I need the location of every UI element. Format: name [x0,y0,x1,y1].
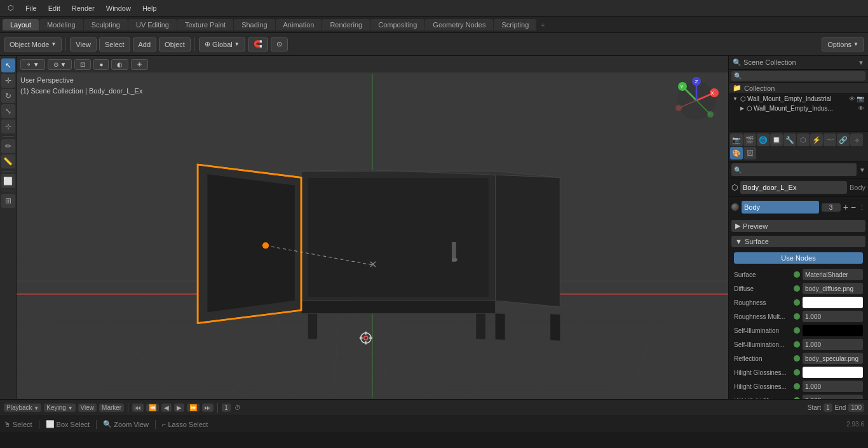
tab-compositing[interactable]: Compositing [370,19,424,31]
prop-tab-physics[interactable]: 〰 [824,133,836,146]
object-menu[interactable]: Object [159,37,191,51]
surface-section-header[interactable]: ▼ Surface [731,236,865,247]
outliner-item-1[interactable]: ▼ ⬡ Wall_Mount_Empty_Industrial 👁 📷 [729,94,868,104]
tool-move[interactable]: ✛ [1,74,15,88]
timeline-keying-dropdown[interactable]: Keying ▼ [44,404,75,412]
material-name-field[interactable]: Body [742,201,819,214]
menu-help[interactable]: Help [137,3,162,13]
roughness-mult-value[interactable]: 1.000 [803,311,863,322]
tab-modeling[interactable]: Modeling [39,19,83,31]
visibility-icon-1[interactable]: 👁 [849,95,855,102]
play-reverse-btn[interactable]: ◀ [161,404,172,412]
filter-icon[interactable]: ▼ [859,166,865,173]
prop-tab-particles[interactable]: ⚡ [810,133,823,146]
object-mode-dropdown[interactable]: Object Mode ▼ [4,37,62,51]
roughness-value[interactable] [803,297,863,308]
viewport[interactable]: ⚬ ▼ ⊙ ▼ ⊡ ● ◐ ☀ User Perspective (1) Sce… [17,56,728,399]
visibility-icon-2[interactable]: 👁 [858,105,864,112]
tool-transform[interactable]: ⊹ [1,119,15,133]
current-frame-input[interactable]: 1 [222,404,231,412]
hilit-col-value[interactable]: 0.000 [803,395,863,399]
prop-tab-object[interactable]: 🔧 [783,133,796,146]
tab-scripting[interactable]: Scripting [494,19,536,31]
svg-marker-32 [495,313,505,340]
prop-search-bar[interactable]: 🔍 [731,163,857,176]
tool-measure[interactable]: 📏 [1,154,15,168]
viewport-shading-material[interactable]: ◐ [111,59,128,70]
options-btn[interactable]: Options ▼ [822,37,864,51]
remove-material-button[interactable]: − [851,202,856,212]
prop-tab-modifier[interactable]: ⬡ [797,133,810,146]
prop-tab-material[interactable]: 🎨 [730,147,743,160]
timeline-view-menu[interactable]: View [78,404,97,412]
material-slot-num[interactable]: 3 [822,203,841,212]
more-material-button[interactable]: ⋮ [858,203,865,212]
use-nodes-button[interactable]: Use Nodes [734,252,863,264]
outliner-filter-icon[interactable]: ▼ [858,59,864,66]
viewport-shading-solid[interactable]: ● [93,59,109,70]
preview-section-header[interactable]: ▶ Preview [731,220,865,232]
select-menu[interactable]: Select [99,37,130,51]
blender-icon[interactable]: ⬡ [3,3,19,13]
outliner-item-2[interactable]: ▶ ⬡ Wall_Mount_Empty_Indus... 👁 [736,104,868,113]
viewport-shading-rendered[interactable]: ☀ [131,59,148,70]
tab-shading[interactable]: Shading [234,19,275,31]
tab-sculpting[interactable]: Sculpting [84,19,128,31]
timeline-marker-menu[interactable]: Marker [99,404,124,412]
tool-extra[interactable]: ⊞ [1,194,15,208]
prop-tab-constraints[interactable]: 🔗 [837,133,850,146]
diffuse-value[interactable]: body_diffuse.png [803,283,863,294]
viewport-gizmo[interactable]: X Y Z [671,75,722,126]
start-frame-input[interactable]: 1 [824,404,832,412]
surface-value[interactable]: MaterialShader [803,269,863,280]
prop-tab-data[interactable]: ⟡ [850,133,863,146]
menu-file[interactable]: File [20,3,42,13]
outliner-search-input[interactable] [731,71,865,81]
timeline-playback-dropdown[interactable]: Playback ▼ [4,404,41,412]
menu-render[interactable]: Render [67,3,100,13]
object-name-field[interactable]: Body_door_L_Ex [740,181,847,194]
tab-layout[interactable]: Layout [3,19,39,31]
transform-dropdown[interactable]: ⊕ Global ▼ [199,37,245,51]
view-menu[interactable]: View [70,37,97,51]
add-menu[interactable]: Add [133,37,157,51]
menu-edit[interactable]: Edit [43,3,65,13]
jump-to-end-btn[interactable]: ⏭ [202,404,214,412]
viewport-overlay-dropdown[interactable]: ⊙ ▼ [48,59,72,70]
tab-rendering[interactable]: Rendering [322,19,370,31]
menu-window[interactable]: Window [101,3,136,13]
tool-scale[interactable]: ⤡ [1,104,15,118]
proportional-btn[interactable]: ⊙ [271,37,288,51]
viewport-shading-dropdown[interactable]: ⚬ ▼ [20,59,45,70]
prop-tab-scene[interactable]: 🌐 [757,133,770,146]
tool-cursor[interactable]: ↖ [1,58,15,72]
roughness-prop-row: Roughness [731,295,865,309]
next-frame-btn[interactable]: ⏩ [187,404,200,412]
snap-btn[interactable]: 🧲 [248,37,268,51]
tab-texture-paint[interactable]: Texture Paint [177,19,233,31]
hilight-gloss-val-value[interactable]: 1.000 [803,381,863,392]
reflection-value[interactable]: body_specular.png [803,353,863,364]
camera-icon-1[interactable]: 📷 [857,95,864,102]
jump-to-start-btn[interactable]: ⏮ [132,404,144,412]
material-type-label[interactable]: Body [850,184,865,191]
add-material-button[interactable]: + [843,202,848,212]
tool-add-cube[interactable]: ⬜ [1,174,15,188]
prev-frame-btn[interactable]: ⏪ [146,404,159,412]
tab-animation[interactable]: Animation [276,19,322,31]
viewport-xray-toggle[interactable]: ⊡ [74,59,91,70]
tab-geometry-nodes[interactable]: Geometry Nodes [425,19,493,31]
prop-tab-render[interactable]: 📷 [730,133,743,146]
self-illum-val-value[interactable]: 1.000 [803,339,863,350]
add-workspace-button[interactable]: + [537,20,548,30]
prop-tab-world[interactable]: 🔲 [770,133,783,146]
tab-uv-editing[interactable]: UV Editing [128,19,177,31]
prop-tab-texture[interactable]: 🖼 [743,147,756,160]
hilight-gloss-value[interactable] [803,367,863,378]
tool-annotate[interactable]: ✏ [1,139,15,153]
self-illum-value[interactable] [803,325,863,336]
tool-rotate[interactable]: ↻ [1,89,15,103]
end-frame-input[interactable]: 100 [848,404,864,412]
prop-tab-output[interactable]: 🎬 [743,133,756,146]
play-btn[interactable]: ▶ [174,404,184,412]
